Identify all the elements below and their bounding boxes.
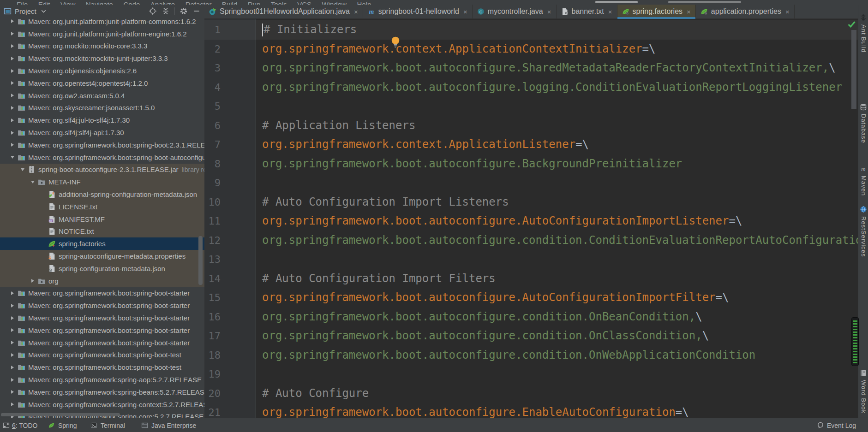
close-icon[interactable]: × bbox=[687, 8, 691, 16]
tab-banner-txt[interactable]: banner.txt× bbox=[557, 5, 617, 18]
chevron-expanded-icon[interactable] bbox=[18, 168, 28, 171]
chevron-collapsed-icon[interactable] bbox=[7, 366, 18, 369]
tree-item[interactable]: Maven: org.springframework:spring-contex… bbox=[0, 398, 204, 411]
code-text[interactable]: org.springframework.boot.autoconfigure.c… bbox=[262, 308, 702, 327]
tree-item[interactable]: Maven: org.springframework.boot:spring-b… bbox=[0, 287, 204, 300]
tree-item[interactable]: Maven: org.springframework.boot:spring-b… bbox=[0, 349, 204, 361]
chevron-collapsed-icon[interactable] bbox=[7, 69, 18, 73]
status-spring[interactable]: Spring bbox=[48, 418, 77, 432]
code-text[interactable]: org.springframework.context.ApplicationL… bbox=[262, 135, 589, 154]
collapse-all-icon[interactable] bbox=[162, 7, 170, 15]
editor-scrollbar[interactable] bbox=[851, 30, 856, 109]
chevron-collapsed-icon[interactable] bbox=[7, 402, 18, 406]
tree-item[interactable]: Maven: org.springframework.boot:spring-b… bbox=[0, 299, 204, 312]
tree-item[interactable]: MFMANIFEST.MF bbox=[0, 213, 204, 225]
stripe-button-database[interactable]: Database bbox=[858, 103, 868, 143]
close-icon[interactable]: × bbox=[608, 8, 612, 16]
tree-item[interactable]: Maven: org.slf4j:slf4j-api:1.7.30 bbox=[0, 126, 204, 139]
chevron-collapsed-icon[interactable] bbox=[7, 378, 18, 382]
inspections-ok-icon[interactable] bbox=[847, 20, 856, 29]
gear-icon[interactable] bbox=[180, 7, 188, 15]
code-text[interactable]: org.springframework.context.ApplicationC… bbox=[262, 40, 656, 59]
chevron-collapsed-icon[interactable] bbox=[7, 390, 18, 394]
tree-item[interactable]: Maven: org.slf4j:jul-to-slf4j:1.7.30 bbox=[0, 114, 204, 126]
code-text[interactable]: # Initializers bbox=[262, 20, 357, 40]
chevron-down-icon[interactable] bbox=[40, 7, 48, 15]
tree-item[interactable]: Maven: org.mockito:mockito-junit-jupiter… bbox=[0, 52, 204, 65]
code-text[interactable]: org.springframework.boot.autoconfigure.c… bbox=[262, 346, 755, 365]
code-editor[interactable]: 1# Initializers2org.springframework.cont… bbox=[204, 19, 858, 418]
chevron-expanded-icon[interactable] bbox=[7, 156, 18, 159]
tab-spring-factories[interactable]: spring.factories× bbox=[617, 5, 696, 18]
tree-item[interactable]: Maven: org.springframework.boot:spring-b… bbox=[0, 324, 204, 337]
chevron-expanded-icon[interactable] bbox=[28, 181, 38, 183]
chevron-collapsed-icon[interactable] bbox=[7, 106, 18, 110]
chevron-collapsed-icon[interactable] bbox=[7, 143, 18, 147]
tree-item[interactable]: LICENSE.txt bbox=[0, 201, 204, 213]
chevron-collapsed-icon[interactable] bbox=[7, 32, 18, 36]
code-text[interactable]: # Auto Configure bbox=[262, 384, 369, 403]
chevron-collapsed-icon[interactable] bbox=[7, 81, 18, 85]
tree-item[interactable]: org bbox=[0, 275, 204, 287]
chevron-collapsed-icon[interactable] bbox=[28, 279, 38, 283]
tree-item[interactable]: Maven: org.skyscreamer:jsonassert:1.5.0 bbox=[0, 102, 204, 114]
chevron-collapsed-icon[interactable] bbox=[7, 353, 18, 357]
code-text[interactable]: org.springframework.boot.autoconfigure.A… bbox=[262, 212, 742, 231]
status-event-log[interactable]: Event Log bbox=[817, 418, 856, 432]
stripe-button-maven[interactable]: mMaven bbox=[858, 165, 868, 196]
code-text[interactable]: # Application Listeners bbox=[262, 116, 415, 136]
locate-icon[interactable] bbox=[149, 7, 157, 15]
tree-item[interactable]: Maven: org.springframework.boot:spring-b… bbox=[0, 312, 204, 324]
tab-springboot01helloworldapplication-java[interactable]: Springboot01HelloworldApplication.java× bbox=[204, 5, 363, 18]
chevron-collapsed-icon[interactable] bbox=[7, 19, 18, 23]
chevron-collapsed-icon[interactable] bbox=[7, 291, 18, 295]
stripe-button-ant-build[interactable]: Ant Build bbox=[858, 14, 868, 53]
status-terminal[interactable]: Terminal bbox=[90, 418, 125, 432]
code-text[interactable]: org.springframework.boot.autoconfigure.A… bbox=[262, 288, 729, 308]
code-text[interactable]: org.springframework.boot.autoconfigure.B… bbox=[262, 154, 682, 174]
chevron-collapsed-icon[interactable] bbox=[7, 118, 18, 122]
chevron-collapsed-icon[interactable] bbox=[7, 304, 18, 308]
close-icon[interactable]: × bbox=[785, 8, 790, 16]
code-text[interactable]: # Auto Configuration Import Filters bbox=[262, 269, 496, 289]
intention-bulb-icon[interactable] bbox=[390, 36, 401, 48]
tree-item[interactable]: Maven: org.springframework:spring-aop:5.… bbox=[0, 373, 204, 386]
chevron-collapsed-icon[interactable] bbox=[7, 57, 18, 60]
chevron-collapsed-icon[interactable] bbox=[7, 94, 18, 97]
status-6-todo[interactable]: 6: TODO bbox=[12, 418, 38, 432]
close-icon[interactable]: × bbox=[354, 8, 358, 16]
tree-item[interactable]: additional-spring-configuration-metadata… bbox=[0, 188, 204, 201]
tree-item[interactable]: Maven: org.junit.platform:junit-platform… bbox=[0, 18, 204, 28]
code-text[interactable]: org.springframework.boot.autoconfigure.S… bbox=[262, 59, 836, 78]
chevron-collapsed-icon[interactable] bbox=[7, 341, 18, 344]
tree-vertical-scrollbar[interactable] bbox=[198, 236, 203, 285]
tree-item[interactable]: NOTICE.txt bbox=[0, 225, 204, 238]
tree-item[interactable]: Maven: org.mockito:mockito-core:3.3.3 bbox=[0, 40, 204, 53]
code-text[interactable]: # Auto Configuration Import Listeners bbox=[262, 193, 509, 212]
tree-item[interactable]: Maven: org.springframework.boot:spring-b… bbox=[0, 151, 204, 164]
tab-mycontroller-java[interactable]: Cmycontroller.java× bbox=[473, 5, 557, 18]
tree-item[interactable]: Maven: org.objenesis:objenesis:2.6 bbox=[0, 65, 204, 77]
tree-item[interactable]: Maven: org.springframework.boot:spring-b… bbox=[0, 139, 204, 151]
tree-item[interactable]: spring.factories bbox=[0, 237, 204, 250]
hide-icon[interactable] bbox=[192, 7, 201, 15]
project-tree[interactable]: Maven: org.junit.platform:junit-platform… bbox=[0, 18, 204, 418]
chevron-collapsed-icon[interactable] bbox=[7, 316, 18, 320]
tree-item[interactable]: spring-autoconfigure-metadata.properties bbox=[0, 250, 204, 262]
tree-item[interactable]: spring-configuration-metadata.json bbox=[0, 262, 204, 275]
code-text[interactable]: org.springframework.boot.autoconfigure.E… bbox=[262, 403, 689, 418]
status-java-enterprise[interactable]: Java Enterprise bbox=[141, 418, 196, 432]
close-icon[interactable]: × bbox=[463, 8, 467, 16]
code-text[interactable]: org.springframework.boot.autoconfigure.l… bbox=[262, 78, 842, 97]
tree-item[interactable]: Maven: org.junit.platform:junit-platform… bbox=[0, 28, 204, 40]
tree-item[interactable]: META-INF bbox=[0, 176, 204, 188]
tree-horizontal-scrollbar[interactable] bbox=[1, 413, 120, 416]
chevron-collapsed-icon[interactable] bbox=[7, 131, 18, 135]
tree-item[interactable]: Maven: org.springframework.boot:spring-b… bbox=[0, 337, 204, 349]
chevron-collapsed-icon[interactable] bbox=[7, 44, 18, 48]
tree-item[interactable]: Maven: org.opentest4j:opentest4j:1.2.0 bbox=[0, 77, 204, 89]
code-text[interactable]: org.springframework.boot.autoconfigure.c… bbox=[262, 231, 858, 250]
tree-item[interactable]: Maven: org.springframework.boot:spring-b… bbox=[0, 361, 204, 373]
chevron-collapsed-icon[interactable] bbox=[7, 328, 18, 332]
tree-item[interactable]: spring-boot-autoconfigure-2.3.1.RELEASE.… bbox=[0, 164, 204, 176]
